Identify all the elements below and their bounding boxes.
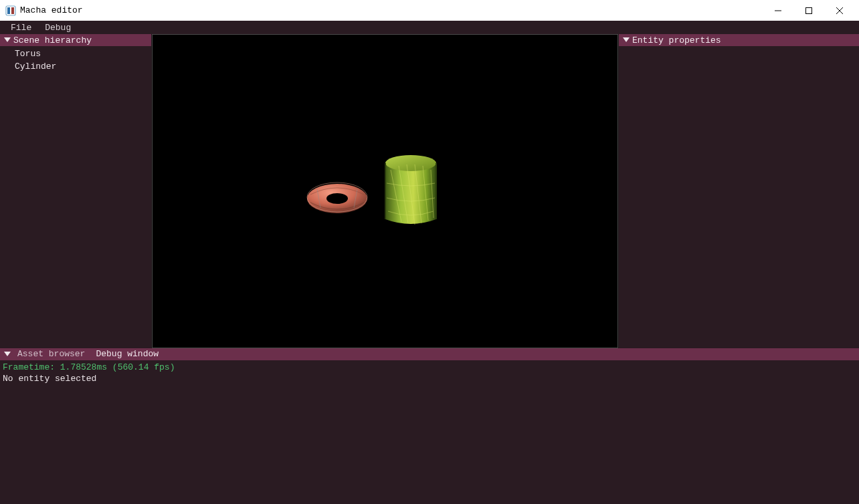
- entity-properties-title: Entity properties: [631, 35, 721, 45]
- scene-hierarchy-header[interactable]: Scene hierarchy: [0, 34, 151, 46]
- scene-item-torus[interactable]: Torus: [0, 47, 151, 60]
- workspace: Scene hierarchy Torus Cylinder: [0, 34, 859, 348]
- selection-status: No entity selected: [3, 373, 856, 384]
- menu-file[interactable]: File: [4, 21, 38, 34]
- window-close-button[interactable]: [824, 0, 855, 21]
- svg-rect-2: [11, 7, 14, 14]
- svg-point-6: [326, 193, 348, 204]
- entity-properties-panel: Entity properties: [618, 34, 859, 348]
- scene-hierarchy-panel: Scene hierarchy Torus Cylinder: [0, 34, 152, 348]
- menubar: File Debug: [0, 21, 859, 34]
- entity-properties-header[interactable]: Entity properties: [619, 34, 859, 46]
- window-title: Macha editor: [20, 5, 83, 15]
- scene-item-cylinder[interactable]: Cylinder: [0, 60, 151, 73]
- viewport-container: [152, 34, 618, 348]
- tab-debug-window[interactable]: Debug window: [90, 348, 164, 360]
- tab-asset-browser[interactable]: Asset browser: [12, 348, 90, 360]
- svg-point-9: [385, 155, 436, 171]
- window-minimize-button[interactable]: [763, 0, 793, 21]
- bottom-tabbar: Asset browser Debug window: [0, 348, 859, 360]
- debug-window-panel: Frametime: 1.78528ms (560.14 fps) No ent…: [0, 360, 859, 504]
- rendered-scene: [285, 120, 486, 263]
- collapse-icon[interactable]: [3, 350, 12, 359]
- scene-hierarchy-title: Scene hierarchy: [12, 35, 92, 45]
- viewport-3d[interactable]: [152, 34, 618, 348]
- app-icon: [5, 5, 16, 16]
- menu-debug[interactable]: Debug: [38, 21, 78, 34]
- scene-hierarchy-body: Torus Cylinder: [0, 46, 151, 348]
- collapse-icon[interactable]: [3, 35, 12, 45]
- collapse-icon[interactable]: [622, 35, 631, 45]
- window-titlebar: Macha editor: [0, 0, 859, 21]
- svg-rect-3: [806, 7, 812, 13]
- window-maximize-button[interactable]: [793, 0, 824, 21]
- frametime-readout: Frametime: 1.78528ms (560.14 fps): [3, 362, 856, 373]
- svg-rect-1: [7, 7, 10, 14]
- entity-properties-body: [619, 46, 859, 348]
